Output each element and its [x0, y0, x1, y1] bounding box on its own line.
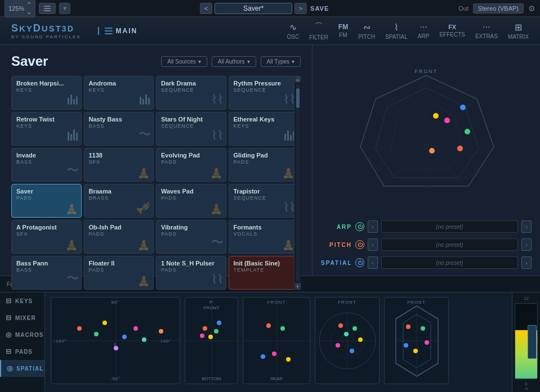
volume-slider[interactable]: [528, 325, 537, 359]
tab-matrix[interactable]: ⊞ MATRIX: [508, 22, 529, 40]
arp-power-button[interactable]: ⏻: [355, 222, 364, 231]
list-item[interactable]: Floater II PADS 🧘: [84, 256, 154, 290]
output-select[interactable]: Stereo (VBAP): [473, 3, 524, 13]
figure-icon: 🧘: [210, 202, 222, 215]
preset-item-name: Waves Pad: [161, 188, 221, 195]
zoom-arrows[interactable]: ⌃⌄: [26, 1, 32, 16]
spatial-sidebar-icon: ◎: [7, 364, 13, 372]
svg-marker-54: [396, 306, 438, 376]
neg180-label: -180°: [53, 338, 67, 343]
list-item[interactable]: 1138 SFX 🧘: [84, 148, 154, 182]
pitch-next-button[interactable]: ›: [521, 238, 532, 251]
gear-icon[interactable]: ⚙: [528, 4, 535, 13]
sidebar-item-spatial[interactable]: ◎ SPATIAL: [0, 360, 44, 377]
tab-fm[interactable]: FM FM: [338, 23, 348, 38]
left-panel: Saver All Sources ▾ All Authors ▾ All Ty…: [0, 45, 313, 276]
preset-item-name: 1 Note S_H Pulser: [161, 260, 221, 267]
tab-spatial[interactable]: ⌇ SPATIAL: [385, 22, 408, 40]
tab-pitch[interactable]: ∾ PITCH: [358, 22, 375, 40]
list-item[interactable]: Braama BRASS 🎺: [84, 184, 154, 218]
list-item[interactable]: Evolving Pad PADS 🧘: [156, 148, 226, 182]
scroll-up-button[interactable]: ▲: [295, 76, 301, 83]
tab-filter[interactable]: ⌒ FILTER: [309, 21, 328, 40]
current-preset-name[interactable]: Saver*: [215, 3, 292, 14]
spatial-prev-button[interactable]: ‹: [368, 256, 378, 269]
filter-label: FILTER: [309, 34, 328, 40]
list-item[interactable]: Vibrating PADS 〜: [156, 220, 226, 254]
tab-osc[interactable]: ∿ OSC: [287, 22, 299, 40]
wave-icon: ⌇⌇: [211, 272, 224, 287]
arp-prev-button[interactable]: ‹: [368, 220, 378, 233]
spatial-power-button[interactable]: ⏻: [355, 258, 364, 267]
filter-sources-button[interactable]: All Sources ▾: [161, 56, 207, 67]
svg-point-31: [203, 326, 207, 331]
list-item[interactable]: Ethereal Keys KEYS: [229, 112, 299, 146]
matrix-label: MATRIX: [508, 34, 529, 40]
prev-preset-button[interactable]: <: [200, 3, 212, 14]
list-item[interactable]: Rythm Pressure SEQUENCE ⌇⌇: [229, 76, 299, 110]
logo: SKYDUST3D BY SOUND PARTICLES: [11, 22, 81, 39]
list-item[interactable]: Invade BASS 〜: [11, 148, 82, 182]
list-item[interactable]: Retrow Twist KEYS: [11, 112, 82, 146]
list-item[interactable]: Stars Of Night SEQUENCE ⌇⌇: [156, 112, 226, 146]
arp-preset-display: (no preset): [381, 220, 518, 233]
panel-header: Saver All Sources ▾ All Authors ▾ All Ty…: [11, 53, 301, 69]
keys-icon: ⊟: [6, 297, 12, 305]
pos180-label: 180°: [160, 338, 172, 343]
pads-icon: ⊟: [6, 348, 12, 355]
list-item[interactable]: 1 Note S_H Pulser PADS ⌇⌇: [156, 256, 226, 290]
arp-next-button[interactable]: ›: [521, 220, 532, 233]
tab-effects[interactable]: FX EFFECTS: [439, 24, 465, 38]
filter-types-button[interactable]: All Types ▾: [261, 56, 301, 67]
nav-icons-group: ∿ OSC ⌒ FILTER FM FM ∾ PITCH ⌇ SPATIAL ·…: [287, 21, 529, 40]
svg-marker-8: [391, 100, 463, 169]
save-button[interactable]: SAVE: [310, 5, 329, 12]
sidebar-item-pads[interactable]: ⊟ PADS: [0, 343, 44, 360]
list-item[interactable]: Broken Harpsi... KEYS: [11, 76, 82, 110]
list-item[interactable]: Gliding Pad PADS 🧘: [229, 148, 299, 182]
vertical-scrollbar[interactable]: ▲ ▼: [294, 76, 301, 290]
list-item[interactable]: Ob-Ish Pad PADS 🧘: [84, 220, 154, 254]
vol-mid-label: 0: [525, 381, 527, 386]
scrollbar-thumb[interactable]: [296, 88, 300, 108]
zoom-control[interactable]: 125% ⌃⌄: [5, 0, 35, 17]
pitch-prev-button[interactable]: ‹: [368, 238, 378, 251]
arp-row: ARP ⏻ ‹ (no preset) ›: [321, 219, 532, 234]
sidebar-item-mixer[interactable]: ⊟ MIXER: [0, 309, 44, 326]
list-item[interactable]: Trapistor SEQUENCE ⌇⌇: [229, 184, 299, 218]
0-label: 0: [114, 342, 117, 347]
dropdown-icon[interactable]: ▼: [59, 3, 70, 14]
list-item[interactable]: Androma KEYS: [84, 76, 154, 110]
list-item[interactable]: Init (Basic Sine) TEMPLATE: [229, 256, 299, 290]
svg-point-13: [457, 146, 463, 151]
svg-point-42: [261, 354, 265, 359]
pitch-power-button[interactable]: ⏻: [355, 240, 364, 249]
svg-point-41: [286, 357, 291, 362]
list-item[interactable]: Dark Drama SEQUENCE ⌇⌇: [156, 76, 226, 110]
next-preset-button[interactable]: >: [294, 3, 307, 14]
preset-item-name: Retrow Twist: [16, 116, 77, 123]
list-item[interactable]: Nasty Bass BASS 〜: [84, 112, 154, 146]
bottom-small-label: BOTTOM: [202, 376, 221, 381]
list-item[interactable]: A Protagonist SFX 🧘: [11, 220, 82, 254]
svg-marker-7: [376, 88, 479, 178]
sidebar-item-keys[interactable]: ⊟ KEYS: [0, 292, 44, 309]
osc-label: OSC: [287, 34, 299, 40]
spatial-next-button[interactable]: ›: [521, 256, 532, 269]
arp-label: ARP: [321, 224, 352, 230]
preset-item-type: KEYS: [16, 123, 77, 129]
list-item[interactable]: Bass Pann BASS 〜: [11, 256, 82, 290]
sidebar-item-macros[interactable]: ◎ MACROS: [0, 326, 44, 343]
scroll-down-button[interactable]: ▼: [295, 283, 301, 290]
tab-extras[interactable]: ··· EXTRAS: [475, 22, 498, 39]
tab-arp[interactable]: ··· ARP: [418, 22, 430, 39]
svg-point-53: [344, 332, 349, 336]
list-item[interactable]: Formants VOCALS 🧘: [229, 220, 299, 254]
list-item[interactable]: Saver PADS 🧘: [11, 184, 82, 218]
svg-point-27: [159, 329, 163, 334]
list-item[interactable]: Waves Pad PADS 🧘: [156, 184, 226, 218]
settings-icon[interactable]: [39, 3, 56, 14]
preset-item-name: Saver: [16, 188, 77, 195]
filter-authors-button[interactable]: All Authors ▾: [212, 56, 256, 67]
tab-main[interactable]: MAIN: [98, 27, 144, 35]
